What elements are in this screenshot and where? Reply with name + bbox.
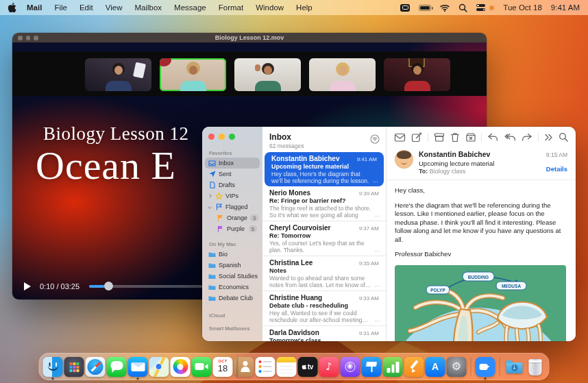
menu-date[interactable]: Tue Oct 18 (503, 3, 541, 12)
more-chevrons-icon[interactable] (544, 134, 553, 141)
compose-button[interactable] (411, 132, 422, 143)
junk-button[interactable] (465, 132, 476, 143)
sidebar-section-icloud[interactable]: iCloud (202, 312, 262, 319)
spotlight-icon[interactable] (458, 3, 467, 12)
toolbar-separator (538, 133, 539, 142)
toolbar-separator (428, 133, 428, 142)
get-mail-button[interactable] (394, 132, 406, 143)
sidebar-item-sent[interactable]: Sent (205, 169, 260, 180)
music-note-icon: ♪ (319, 357, 339, 377)
forward-icon[interactable] (522, 132, 532, 142)
dock-system-settings[interactable]: ⚙ (447, 357, 467, 377)
dock-keynote[interactable] (362, 357, 382, 377)
video-call-strip (12, 51, 487, 96)
message-row-selected[interactable]: Konstantin Babichev9:41 AM Upcoming lect… (265, 152, 384, 186)
contacts-icon (234, 357, 254, 377)
message-time: 9:15 AM (546, 151, 567, 158)
play-button[interactable] (24, 282, 31, 291)
sidebar-item-spanish[interactable]: Spanish (205, 260, 260, 271)
dock-maps[interactable] (149, 357, 169, 377)
minimize-button[interactable] (219, 134, 225, 140)
folder-icon (208, 251, 216, 258)
sidebar-section-smart-mailboxes[interactable]: Smart Mailboxes (202, 325, 262, 332)
video-overlay-title: Biology Lesson 12 (43, 123, 189, 145)
dock-messages[interactable] (107, 357, 127, 377)
sidebar-item-flag-orange[interactable]: Orange 3 (205, 212, 260, 223)
dock-mail[interactable] (128, 357, 148, 377)
trash-button[interactable] (450, 132, 460, 143)
menu-view[interactable]: View (106, 3, 123, 12)
sidebar-item-flag-purple[interactable]: Purple 5 (205, 223, 260, 234)
quicktime-titlebar[interactable]: Biology Lesson 12.mov (12, 33, 487, 42)
dock-apple-tv[interactable]: tv (298, 357, 318, 377)
disclosure-expanded-icon[interactable] (208, 206, 212, 208)
dock-facetime[interactable] (192, 357, 212, 377)
zoom-button[interactable] (229, 134, 235, 140)
dock-music[interactable]: ♪ (319, 357, 339, 377)
dock-safari[interactable] (86, 357, 106, 377)
facetime-camera-icon (192, 357, 212, 377)
dock-reminders[interactable] (256, 357, 275, 377)
details-link[interactable]: Details (546, 165, 567, 173)
menu-window[interactable]: Window (256, 3, 284, 12)
dock-app-store[interactable] (426, 357, 445, 377)
menu-message[interactable]: Message (174, 3, 206, 12)
disclosure-collapsed-icon[interactable] (208, 195, 212, 197)
sidebar-item-flagged[interactable]: Flagged (205, 201, 260, 212)
menu-time[interactable]: 9:41 AM (551, 3, 580, 12)
notes-icon (277, 357, 297, 377)
dock-zoom[interactable] (476, 357, 495, 377)
dock-podcasts[interactable] (341, 357, 360, 377)
scrubber-thumb[interactable] (104, 282, 113, 291)
sidebar-item-inbox[interactable]: Inbox (205, 158, 260, 169)
menu-help[interactable]: Help (296, 3, 313, 12)
menu-file[interactable]: File (54, 3, 67, 12)
dock-photos[interactable] (171, 357, 191, 377)
sidebar-item-economics[interactable]: Economics (205, 282, 260, 293)
dock-contacts[interactable] (234, 357, 254, 377)
message-row[interactable]: Christine Huang9:33 AM Debate club - res… (262, 291, 386, 325)
menu-app-name[interactable]: Mail (27, 3, 42, 12)
menu-mailbox[interactable]: Mailbox (134, 3, 162, 12)
numbers-chart-icon (383, 357, 403, 377)
maps-icon (149, 357, 169, 377)
sidebar-item-debate-club[interactable]: Debate Club (205, 293, 260, 304)
menu-format[interactable]: Format (219, 3, 243, 12)
sender-avatar (395, 150, 413, 169)
dock-launchpad[interactable] (64, 357, 84, 377)
dock-downloads[interactable] (504, 357, 524, 377)
message-row[interactable]: Darla Davidson9:31 AM Tomorrow's class A… (262, 325, 386, 341)
message-row[interactable]: Christina Lee9:35 AM Notes Wanted to go … (262, 256, 386, 291)
calendar-icon: OCT18 (213, 357, 233, 377)
menu-edit[interactable]: Edit (79, 3, 93, 12)
control-center-icon[interactable] (476, 4, 485, 11)
dock-finder[interactable] (43, 357, 63, 377)
photos-flower-icon (171, 357, 191, 377)
search-icon[interactable] (559, 132, 568, 142)
budding-label: BUDDING (468, 274, 489, 279)
dock-notes[interactable] (277, 357, 297, 377)
dock-trash[interactable] (526, 357, 546, 377)
close-button[interactable] (208, 134, 215, 140)
wifi-icon[interactable] (440, 4, 450, 12)
apple-menu[interactable] (8, 3, 17, 12)
message-row[interactable]: Cheryl Courvoisier9:37 AM Re: Tomorrow Y… (262, 221, 386, 256)
participant-tile-5 (384, 58, 450, 91)
message-row[interactable]: Nerio Mones9:39 AM Re: Fringe or barrier… (262, 186, 386, 221)
reply-all-icon[interactable] (504, 132, 516, 142)
battery-icon[interactable] (419, 5, 431, 11)
sidebar-item-bio[interactable]: Bio (205, 249, 260, 260)
reply-icon[interactable] (487, 132, 498, 142)
window-controls[interactable] (208, 134, 235, 140)
dock-calendar[interactable]: OCT18 (213, 357, 233, 377)
sidebar-item-drafts[interactable]: Drafts (205, 180, 260, 190)
sidebar-item-vips[interactable]: VIPs (205, 190, 260, 201)
archive-button[interactable] (434, 132, 445, 143)
menu-bar: Mail File Edit View Mailbox Message Form… (0, 0, 588, 15)
window-controls-inactive[interactable] (18, 36, 38, 40)
dock-numbers[interactable] (383, 357, 403, 377)
filter-icon[interactable] (370, 134, 380, 144)
dock-pages[interactable] (404, 357, 424, 377)
sidebar-item-social-studies[interactable]: Social Studies (205, 271, 260, 282)
screen-mirroring-icon[interactable] (400, 4, 410, 12)
